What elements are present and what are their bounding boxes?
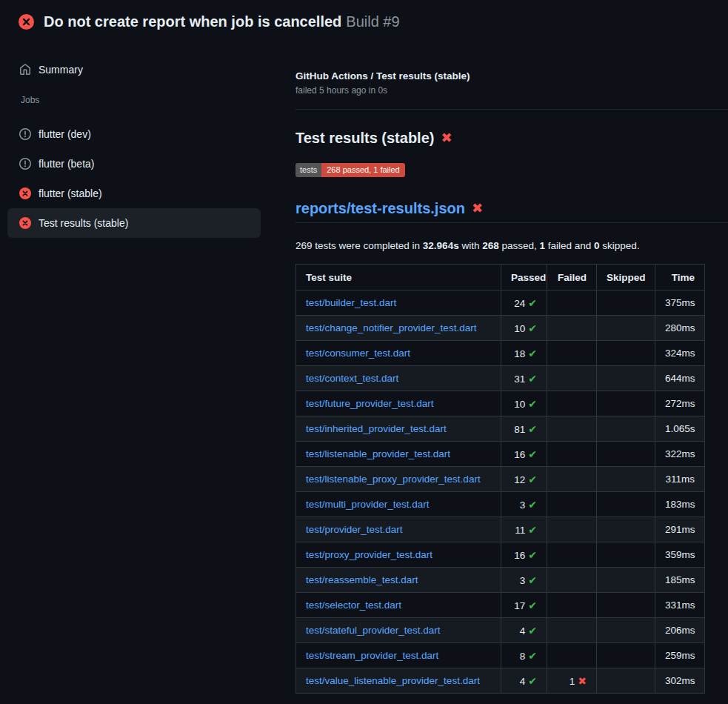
sidebar-item-summary[interactable]: Summary	[7, 55, 261, 84]
summary-text: passed,	[499, 240, 540, 251]
test-suite-link[interactable]: test/inherited_provider_test.dart	[306, 423, 447, 434]
skipped-cell	[597, 542, 655, 568]
table-row: test/stream_provider_test.dart8✔259ms	[296, 643, 705, 668]
test-suite-link[interactable]: test/provider_test.dart	[306, 524, 403, 535]
table-header-row: Test suitePassedFailedSkippedTime	[296, 265, 705, 290]
column-header-time: Time	[655, 265, 705, 290]
skipped-cell	[597, 442, 655, 467]
neutral-status-icon	[19, 128, 31, 140]
test-suite-link[interactable]: test/listenable_proxy_provider_test.dart	[306, 474, 481, 485]
failed-cell	[547, 492, 597, 517]
time-cell: 206ms	[655, 618, 705, 643]
job-label: Test results (stable)	[39, 217, 128, 229]
tests-badge-value: 268 passed, 1 failed	[321, 163, 404, 177]
failed-cell	[547, 442, 597, 467]
test-suite-link[interactable]: test/multi_provider_test.dart	[306, 499, 430, 510]
failed-cell	[547, 542, 597, 568]
passed-cell: 18✔	[501, 341, 547, 366]
sidebar-job-test-results-stable[interactable]: Test results (stable)	[7, 208, 261, 238]
skipped-cell	[597, 668, 655, 694]
passed-cell: 10✔	[501, 316, 547, 341]
time-cell: 331ms	[655, 593, 705, 618]
test-suite-cell: test/listenable_provider_test.dart	[296, 442, 501, 467]
tests-badge: tests 268 passed, 1 failed	[295, 163, 405, 177]
time-cell: 644ms	[655, 366, 705, 391]
test-suite-link[interactable]: test/listenable_provider_test.dart	[306, 448, 450, 459]
passed-cell: 17✔	[501, 593, 547, 618]
skipped-cell	[597, 492, 655, 517]
test-suite-cell: test/inherited_provider_test.dart	[296, 416, 501, 442]
check-title: Do not create report when job is cancell…	[44, 13, 341, 30]
passed-cell: 3✔	[501, 492, 547, 517]
test-suite-cell: test/listenable_proxy_provider_test.dart	[296, 467, 501, 492]
breadcrumb: GitHub Actions / Test results (stable)	[295, 70, 728, 83]
skipped-cell	[597, 593, 655, 618]
table-row: test/listenable_provider_test.dart16✔322…	[296, 442, 705, 467]
check-icon: ✔	[528, 348, 537, 359]
test-suite-cell: test/proxy_provider_test.dart	[296, 542, 501, 568]
time-cell: 302ms	[655, 668, 705, 694]
test-suite-link[interactable]: test/proxy_provider_test.dart	[306, 549, 433, 560]
passed-cell: 31✔	[501, 366, 547, 391]
passed-cell: 4✔	[501, 618, 547, 643]
time-cell: 183ms	[655, 492, 705, 517]
report-link[interactable]: reports/test-results.json	[295, 199, 465, 217]
test-suite-cell: test/multi_provider_test.dart	[296, 492, 501, 517]
summary-bold-value: 0	[594, 240, 600, 251]
skipped-cell	[597, 290, 655, 316]
failed-cell	[547, 517, 597, 542]
check-icon: ✔	[528, 574, 537, 586]
check-icon: ✔	[528, 625, 537, 637]
job-label: flutter (beta)	[39, 158, 94, 170]
test-suite-link[interactable]: test/context_test.dart	[306, 373, 398, 384]
test-suite-link[interactable]: test/builder_test.dart	[306, 297, 396, 308]
check-icon: ✔	[528, 499, 537, 511]
test-suite-link[interactable]: test/selector_test.dart	[306, 600, 401, 611]
test-suite-cell: test/stateful_provider_test.dart	[296, 618, 501, 643]
table-row: test/consumer_test.dart18✔324ms	[296, 341, 705, 366]
test-suite-link[interactable]: test/reassemble_test.dart	[306, 574, 418, 585]
column-header-passed: Passed	[501, 265, 547, 290]
test-suite-cell: test/value_listenable_provider_test.dart	[296, 668, 501, 694]
check-icon: ✔	[528, 373, 537, 385]
table-row: test/multi_provider_test.dart3✔183ms	[296, 492, 705, 517]
sidebar-job-flutter-stable[interactable]: flutter (stable)	[7, 179, 261, 208]
failed-x-icon: ✖	[472, 202, 483, 215]
run-status-line: failed 5 hours ago in 0s	[295, 85, 728, 96]
check-icon: ✔	[528, 600, 537, 611]
test-suite-link[interactable]: test/change_notifier_provider_test.dart	[306, 322, 476, 333]
table-row: test/listenable_proxy_provider_test.dart…	[296, 467, 705, 492]
summary-text: 269 tests were completed in	[295, 240, 423, 251]
passed-cell: 4✔	[501, 668, 547, 694]
test-suite-link[interactable]: test/consumer_test.dart	[306, 348, 410, 359]
sidebar-job-flutter-beta[interactable]: flutter (beta)	[7, 149, 261, 179]
x-icon: ✖	[578, 675, 587, 687]
section-title-text: Test results (stable)	[295, 129, 434, 147]
check-icon: ✔	[528, 474, 537, 485]
check-run-page: Do not create report when job is cancell…	[0, 0, 728, 694]
test-suite-link[interactable]: test/stream_provider_test.dart	[306, 650, 438, 661]
failed-cell	[547, 366, 597, 391]
passed-cell: 24✔	[501, 290, 547, 316]
test-suite-link[interactable]: test/future_provider_test.dart	[306, 398, 434, 409]
failed-cell	[547, 593, 597, 618]
failed-cell	[547, 391, 597, 416]
skipped-cell	[597, 517, 655, 542]
passed-cell: 8✔	[501, 643, 547, 668]
check-icon: ✔	[528, 322, 537, 334]
sidebar-job-flutter-dev[interactable]: flutter (dev)	[7, 119, 261, 149]
passed-cell: 3✔	[501, 568, 547, 593]
failed-cell	[547, 416, 597, 442]
column-header-failed: Failed	[547, 265, 597, 290]
failed-x-circle-icon	[19, 217, 31, 229]
skipped-cell	[597, 316, 655, 341]
skipped-cell	[597, 391, 655, 416]
job-label: flutter (dev)	[39, 128, 91, 140]
test-suite-cell: test/consumer_test.dart	[296, 341, 501, 366]
jobs-section-label: Jobs	[7, 84, 261, 108]
test-suite-link[interactable]: test/stateful_provider_test.dart	[306, 625, 441, 636]
skipped-cell	[597, 643, 655, 668]
test-suite-link[interactable]: test/value_listenable_provider_test.dart	[306, 675, 480, 686]
time-cell: 272ms	[655, 391, 705, 416]
failed-cell	[547, 568, 597, 593]
